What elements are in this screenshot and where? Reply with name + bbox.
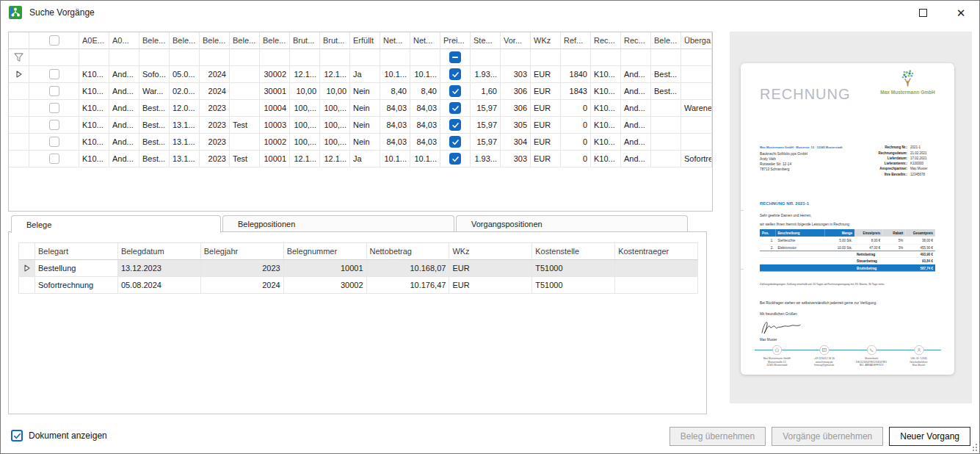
row-select-checkbox[interactable] xyxy=(49,154,59,164)
column-header[interactable]: Belegart xyxy=(35,243,118,260)
column-header[interactable]: WKz xyxy=(449,243,532,260)
grid-cell[interactable]: 2023 xyxy=(200,117,230,134)
grid-cell[interactable]: 10.168,07 xyxy=(367,260,450,277)
column-header[interactable]: Bele... xyxy=(170,32,200,49)
column-header[interactable]: Net... xyxy=(380,32,410,49)
grid-cell[interactable] xyxy=(615,277,698,294)
grid-cell[interactable]: 10,00 xyxy=(320,83,350,100)
grid-cell[interactable] xyxy=(230,83,260,100)
grid-cell[interactable]: And... xyxy=(109,83,139,100)
grid-cell[interactable] xyxy=(230,134,260,151)
grid-cell[interactable]: 303 xyxy=(501,151,531,167)
filter-cell[interactable] xyxy=(621,49,651,66)
grid-cell[interactable] xyxy=(681,83,712,100)
grid-cell[interactable]: And... xyxy=(621,117,651,134)
grid-cell[interactable]: 13.12.2023 xyxy=(118,260,201,277)
grid-cell[interactable]: 10.1... xyxy=(410,151,440,167)
row-expander[interactable] xyxy=(19,260,35,277)
grid-cell[interactable] xyxy=(651,117,681,134)
column-header[interactable]: Net... xyxy=(410,32,440,49)
grid-cell[interactable]: 1843 xyxy=(561,83,591,100)
column-header[interactable]: Bele... xyxy=(200,32,230,49)
grid-cell[interactable]: 12.0... xyxy=(170,100,200,117)
grid-cell[interactable]: 0 xyxy=(561,100,591,117)
filter-cell[interactable] xyxy=(29,49,79,66)
grid-cell[interactable] xyxy=(440,117,471,134)
row-select-cell[interactable] xyxy=(29,117,79,134)
grid-cell[interactable]: 84,03 xyxy=(380,100,410,117)
filter-cell[interactable] xyxy=(591,49,621,66)
select-all-header-cell[interactable] xyxy=(29,32,79,49)
grid-cell[interactable]: Test xyxy=(230,151,260,167)
grid-cell[interactable] xyxy=(440,134,471,151)
filter-cell[interactable] xyxy=(290,49,320,66)
grid-cell[interactable]: T51000 xyxy=(532,277,615,294)
column-header[interactable]: Kostenstelle xyxy=(532,243,615,260)
grid-cell[interactable]: 84,03 xyxy=(380,117,410,134)
grid-cell[interactable] xyxy=(230,100,260,117)
grid-cell[interactable]: 30002 xyxy=(284,277,367,294)
grid-cell[interactable]: 2023 xyxy=(201,260,284,277)
column-header[interactable]: Nettobetrag xyxy=(367,243,450,260)
maximize-button[interactable] xyxy=(910,2,935,23)
grid-cell[interactable]: 100,... xyxy=(290,117,320,134)
grid-cell[interactable]: 10004 xyxy=(260,100,290,117)
tab-belege[interactable]: Belege xyxy=(11,215,221,233)
grid-cell[interactable] xyxy=(615,260,698,277)
row-expander[interactable] xyxy=(9,83,29,100)
grid-cell[interactable]: 10.176,47 xyxy=(367,277,450,294)
column-header[interactable]: Vor... xyxy=(501,32,531,49)
grid-cell[interactable]: And... xyxy=(109,100,139,117)
grid-cell[interactable]: K10... xyxy=(591,83,621,100)
beleg-uebernehmen-button[interactable]: Beleg übernehmen xyxy=(669,427,766,446)
grid-cell[interactable]: K10... xyxy=(79,83,109,100)
filter-cell[interactable] xyxy=(109,49,139,66)
column-header[interactable]: Rec... xyxy=(621,32,651,49)
grid-cell[interactable]: 30002 xyxy=(260,66,290,83)
grid-cell[interactable] xyxy=(651,134,681,151)
column-header[interactable]: Bele... xyxy=(230,32,260,49)
grid-cell[interactable]: 2024 xyxy=(200,83,230,100)
grid-cell[interactable]: Best... xyxy=(651,66,681,83)
grid-cell[interactable]: K10... xyxy=(79,100,109,117)
grid-cell[interactable]: 1.93... xyxy=(471,151,501,167)
filter-cell[interactable] xyxy=(531,49,561,66)
grid-cell[interactable]: 1840 xyxy=(561,66,591,83)
filter-cell[interactable] xyxy=(320,49,350,66)
grid-cell[interactable]: 100,... xyxy=(290,134,320,151)
grid-cell[interactable]: 05.0... xyxy=(170,66,200,83)
select-all-checkbox[interactable] xyxy=(49,35,59,46)
grid-cell[interactable]: Best... xyxy=(139,134,170,151)
grid-cell[interactable]: EUR xyxy=(449,277,532,294)
grid-cell[interactable]: Nein xyxy=(350,117,380,134)
filter-cell[interactable] xyxy=(230,49,260,66)
invoice-page[interactable]: RECHNUNG Max Mustermann GmbH Max Musterm… xyxy=(741,63,954,375)
filter-cell[interactable] xyxy=(410,49,440,66)
row-select-cell[interactable] xyxy=(29,83,79,100)
grid-cell[interactable]: 10,00 xyxy=(290,83,320,100)
grid-cell[interactable] xyxy=(681,117,712,134)
grid-cell[interactable]: And... xyxy=(109,66,139,83)
grid-cell[interactable]: 100,... xyxy=(320,134,350,151)
grid-cell[interactable]: K10... xyxy=(591,117,621,134)
row-select-checkbox[interactable] xyxy=(49,103,59,113)
grid-cell[interactable]: 12.1... xyxy=(290,66,320,83)
filter-cell[interactable] xyxy=(139,49,170,66)
grid-cell[interactable]: Nein xyxy=(350,83,380,100)
grid-cell[interactable]: 304 xyxy=(501,134,531,151)
grid-cell[interactable]: K10... xyxy=(591,100,621,117)
filter-cell[interactable] xyxy=(501,49,531,66)
grid-cell[interactable]: 100,... xyxy=(320,117,350,134)
grid-cell[interactable]: K10... xyxy=(79,117,109,134)
grid-cell[interactable]: T51000 xyxy=(532,260,615,277)
neuer-vorgang-button[interactable]: Neuer Vorgang xyxy=(889,427,970,446)
grid-cell[interactable]: 1.93... xyxy=(471,66,501,83)
filter-cell[interactable] xyxy=(440,49,471,66)
column-header[interactable]: Ref... xyxy=(561,32,591,49)
grid-cell[interactable]: 2023 xyxy=(200,134,230,151)
grid-cell[interactable]: 30001 xyxy=(260,83,290,100)
grid-cell[interactable]: Sofortrechnung xyxy=(35,277,118,294)
grid-cell[interactable]: Sofortre... xyxy=(681,151,712,167)
preisfindung-checkbox[interactable] xyxy=(449,136,461,148)
column-header[interactable]: A0E... xyxy=(79,32,109,49)
